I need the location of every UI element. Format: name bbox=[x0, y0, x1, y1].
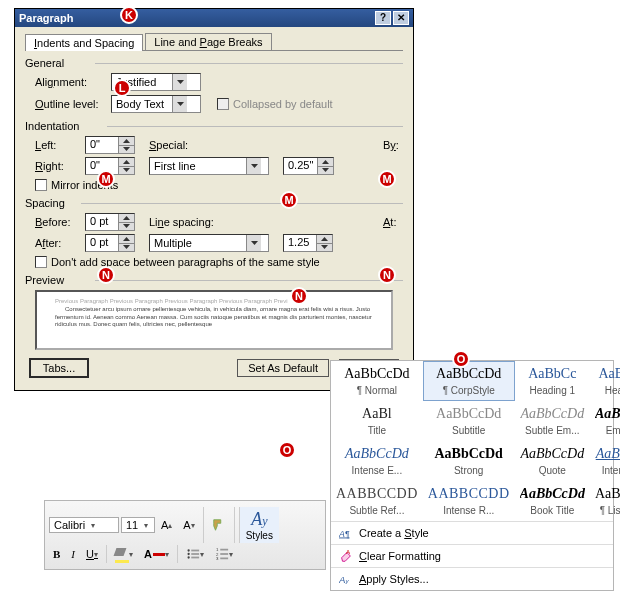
indent-right-label: Right: bbox=[35, 160, 79, 172]
highlight-button[interactable]: ▾ bbox=[111, 546, 137, 562]
svg-text:A: A bbox=[346, 549, 351, 555]
font-size-combo[interactable]: 11▾ bbox=[121, 517, 155, 533]
style-preview: AaBbCcDd bbox=[595, 446, 620, 462]
callout-M: M bbox=[378, 170, 396, 188]
svg-point-4 bbox=[187, 556, 189, 558]
svg-rect-11 bbox=[220, 558, 228, 560]
style-preview: AaBbCcDd bbox=[336, 446, 418, 462]
outline-level-combo[interactable]: Body Text bbox=[111, 95, 201, 113]
tab-strip: Indents and Spacing Line and Page Breaks bbox=[25, 33, 403, 51]
style-preview: AaBbCcDd bbox=[595, 406, 620, 422]
style-preview: AaBbCcDd bbox=[336, 366, 418, 382]
shrink-font-button[interactable]: A▾ bbox=[179, 517, 198, 533]
style-swatch[interactable]: AaBbCcDdSubtitle bbox=[423, 401, 515, 441]
format-painter-button[interactable] bbox=[208, 516, 230, 534]
style-preview: AaBbCcD bbox=[595, 366, 620, 382]
titlebar[interactable]: Paragraph ? ✕ bbox=[15, 9, 413, 27]
help-button[interactable]: ? bbox=[375, 11, 391, 25]
style-name: Subtle Ref... bbox=[336, 505, 418, 516]
set-default-button[interactable]: Set As Default bbox=[237, 359, 329, 377]
tab-indents-spacing[interactable]: Indents and Spacing bbox=[25, 34, 143, 51]
style-preview: AaBbCcDd bbox=[520, 406, 585, 422]
italic-button[interactable]: I bbox=[67, 546, 79, 562]
indent-left-label: Left: bbox=[35, 139, 79, 151]
checkbox-icon bbox=[35, 179, 47, 191]
special-combo[interactable]: First line bbox=[149, 157, 269, 175]
before-spin[interactable]: 0 pt bbox=[85, 213, 135, 231]
after-spin[interactable]: 0 pt bbox=[85, 234, 135, 252]
bullets-button[interactable]: ▾ bbox=[182, 545, 208, 563]
svg-rect-3 bbox=[191, 553, 199, 555]
style-swatch[interactable]: AaBbCcDd¶ Normal bbox=[331, 361, 423, 401]
clear-formatting-menu[interactable]: A Clear Formatting bbox=[331, 544, 613, 567]
at-spin[interactable]: 1.25 bbox=[283, 234, 333, 252]
apply-styles-menu[interactable]: Ay Apply Styles... bbox=[331, 567, 613, 590]
collapsed-check: Collapsed by default bbox=[217, 98, 333, 110]
line-spacing-label: Line spacing: bbox=[149, 216, 229, 228]
style-preview: AaBbCcDd bbox=[428, 446, 510, 462]
paragraph-dialog: Paragraph ? ✕ Indents and Spacing Line a… bbox=[14, 8, 414, 391]
styles-button[interactable]: Ay Styles bbox=[239, 507, 279, 543]
eraser-icon: A bbox=[339, 549, 353, 563]
chevron-down-icon bbox=[172, 96, 187, 112]
svg-rect-7 bbox=[220, 549, 228, 551]
callout-O: O bbox=[278, 441, 296, 459]
style-preview: AaBbCcDd bbox=[595, 486, 620, 502]
style-swatch[interactable]: AaBbCcDdStrong bbox=[423, 441, 515, 481]
style-preview: AaBbCc bbox=[520, 366, 585, 382]
font-combo[interactable]: Calibri▾ bbox=[49, 517, 119, 533]
callout-O: O bbox=[452, 350, 470, 368]
style-swatch[interactable]: AaBbCcDdIntense E... bbox=[331, 441, 423, 481]
close-button[interactable]: ✕ bbox=[393, 11, 409, 25]
style-swatch[interactable]: AaBbCcDdSubtle Em... bbox=[515, 401, 590, 441]
style-swatch[interactable]: AaBbCcDHeading 2 bbox=[590, 361, 620, 401]
callout-L: L bbox=[113, 79, 131, 97]
svg-text:Ay: Ay bbox=[339, 574, 349, 585]
create-style-icon: A¶ bbox=[339, 526, 353, 540]
chevron-up-icon[interactable] bbox=[119, 137, 134, 145]
chevron-down-icon bbox=[172, 74, 187, 90]
at-label: At: bbox=[383, 216, 403, 228]
checkbox-icon bbox=[35, 256, 47, 268]
underline-button[interactable]: U ▾ bbox=[82, 546, 102, 562]
indent-left-spin[interactable]: 0" bbox=[85, 136, 135, 154]
style-swatch[interactable]: AaBlTitle bbox=[331, 401, 423, 441]
font-color-button[interactable]: A▾ bbox=[140, 546, 173, 562]
style-swatch[interactable]: AABBCCDDIntense R... bbox=[423, 481, 515, 521]
tabs-button[interactable]: Tabs... bbox=[29, 358, 89, 378]
chevron-down-icon bbox=[246, 158, 261, 174]
style-swatch[interactable]: AaBbCcDdEmphasis bbox=[590, 401, 620, 441]
style-swatch[interactable]: AaBbCcHeading 1 bbox=[515, 361, 590, 401]
style-swatch[interactable]: AaBbCcDdQuote bbox=[515, 441, 590, 481]
style-name: Subtle Em... bbox=[520, 425, 585, 436]
style-name: Strong bbox=[428, 465, 510, 476]
apply-styles-icon: Ay bbox=[339, 572, 353, 586]
by-spin[interactable]: 0.25" bbox=[283, 157, 334, 175]
mini-toolbar: Calibri▾ 11▾ A▴ A▾ Ay Styles B I U ▾ ▾ A… bbox=[44, 500, 326, 570]
before-label: Before: bbox=[35, 216, 79, 228]
indentation-group-label: Indentation bbox=[25, 120, 403, 132]
alignment-label: Alignment: bbox=[35, 76, 105, 88]
grow-font-button[interactable]: A▴ bbox=[157, 517, 176, 533]
tab-line-page-breaks[interactable]: Line and Page Breaks bbox=[145, 33, 271, 50]
create-style-menu[interactable]: A¶ Create a Style bbox=[331, 521, 613, 544]
general-group-label: General bbox=[25, 57, 403, 69]
line-spacing-combo[interactable]: Multiple bbox=[149, 234, 269, 252]
mirror-indents-check[interactable]: Mirror indents bbox=[35, 179, 403, 191]
style-swatch[interactable]: AABBCCDDSubtle Ref... bbox=[331, 481, 423, 521]
style-swatch[interactable]: AaBbCcDd¶ CorpStyle bbox=[423, 361, 515, 401]
style-swatch[interactable]: AaBbCcDdIntense Q... bbox=[590, 441, 620, 481]
styles-gallery: AaBbCcDd¶ NormalAaBbCcDd¶ CorpStyleAaBbC… bbox=[330, 360, 614, 591]
style-name: Intense Q... bbox=[595, 465, 620, 476]
svg-rect-9 bbox=[220, 553, 228, 555]
dont-add-space-check[interactable]: Don't add space between paragraphs of th… bbox=[35, 256, 403, 268]
style-swatch[interactable]: AaBbCcDdBook Title bbox=[515, 481, 590, 521]
style-name: Intense E... bbox=[336, 465, 418, 476]
numbering-button[interactable]: 123▾ bbox=[211, 545, 237, 563]
bold-button[interactable]: B bbox=[49, 546, 64, 562]
chevron-down-icon[interactable] bbox=[119, 145, 134, 154]
style-preview: AaBbCcDd bbox=[520, 486, 585, 502]
style-swatch[interactable]: AaBbCcDd¶ List Para... bbox=[590, 481, 620, 521]
style-name: ¶ CorpStyle bbox=[428, 385, 510, 396]
style-name: Title bbox=[336, 425, 418, 436]
